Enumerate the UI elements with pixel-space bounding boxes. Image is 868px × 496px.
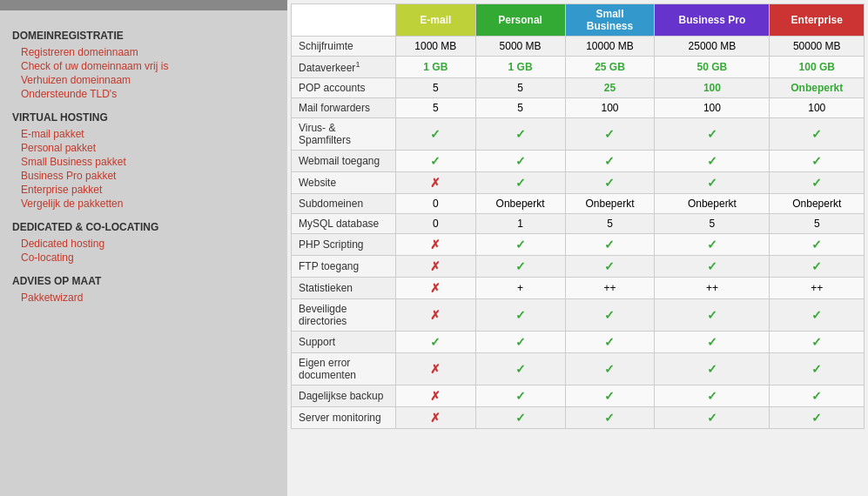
- sidebar-link[interactable]: Registreren domeinnaam: [12, 45, 275, 59]
- check-icon: ✓: [515, 127, 526, 141]
- smallbiz-cell: ✓: [565, 385, 655, 407]
- smallbiz-cell: ✓: [565, 407, 655, 429]
- check-icon: ✓: [515, 335, 526, 349]
- email-cell: ✗: [396, 407, 476, 429]
- sidebar-link[interactable]: Pakketwizard: [12, 291, 275, 305]
- sidebar-section-header: VIRTUAL HOSTING: [12, 111, 275, 124]
- bizpro-cell: 100: [655, 98, 770, 118]
- email-cell: ✗: [396, 278, 476, 299]
- email-cell: 5: [396, 98, 476, 118]
- enterprise-cell: 100 GB: [770, 57, 865, 78]
- spec-cell: Mail forwarders: [292, 98, 396, 118]
- cross-icon: ✗: [430, 238, 441, 251]
- sidebar-link[interactable]: Personal pakket: [12, 141, 275, 155]
- check-icon: ✓: [604, 411, 615, 425]
- table-row: Schijfruimte1000 MB5000 MB10000 MB25000 …: [292, 37, 865, 57]
- sidebar-link[interactable]: Co-locating: [12, 251, 275, 265]
- table-row: POP accounts5525100Onbeperkt: [292, 78, 865, 98]
- sidebar-link[interactable]: Dedicated hosting: [12, 237, 275, 251]
- cross-icon: ✗: [430, 259, 441, 273]
- sidebar-link[interactable]: E-mail pakket: [12, 127, 275, 141]
- personal-cell: ✓: [475, 407, 565, 429]
- personal-cell: 5000 MB: [475, 37, 565, 57]
- enterprise-cell: ✓: [770, 299, 865, 332]
- table-row: FTP toegang✗✓✓✓✓: [292, 256, 865, 278]
- smallbiz-cell: ++: [565, 278, 655, 299]
- email-cell: ✗: [396, 353, 476, 385]
- check-icon: ✓: [707, 154, 717, 168]
- table-row: PHP Scripting✗✓✓✓✓: [292, 234, 865, 256]
- check-icon: ✓: [515, 259, 526, 273]
- bizpro-cell: ++: [655, 278, 770, 299]
- table-row: Virus- & Spamfilters✓✓✓✓✓: [292, 118, 865, 151]
- check-icon: ✓: [811, 411, 822, 425]
- spec-cell: Beveiligde directories: [292, 299, 396, 332]
- enterprise-cell: ✓: [770, 256, 865, 278]
- table-row: Dataverkeer11 GB1 GB25 GB50 GB100 GB: [292, 57, 865, 78]
- personal-cell: 5: [475, 78, 565, 98]
- check-icon: ✓: [515, 389, 526, 403]
- check-icon: ✓: [707, 259, 717, 273]
- sidebar-section-header: DOMEINREGISTRATIE: [12, 30, 275, 42]
- check-icon: ✓: [707, 335, 717, 349]
- enterprise-cell: 100: [770, 98, 865, 118]
- spec-cell: Subdomeinen: [292, 194, 396, 214]
- check-icon: ✓: [707, 238, 717, 251]
- check-icon: ✓: [604, 176, 615, 190]
- sidebar-section-header: DEDICATED & CO-LOCATING: [12, 221, 275, 233]
- comparison-table: Specificaties E-mail Personal SmallBusin…: [291, 3, 865, 429]
- spec-cell: Schijfruimte: [292, 37, 396, 57]
- check-icon: ✓: [604, 362, 615, 376]
- email-cell: 1000 MB: [396, 37, 476, 57]
- sidebar-link[interactable]: Vergelijk de pakketten: [12, 197, 275, 211]
- sidebar-title: [0, 0, 287, 10]
- table-row: Server monitoring✗✓✓✓✓: [292, 407, 865, 429]
- sidebar-link[interactable]: Check of uw domeinnaam vrij is: [12, 59, 275, 73]
- email-cell: 5: [396, 78, 476, 98]
- table-row: Statistieken✗+++++++: [292, 278, 865, 299]
- smallbiz-cell: ✓: [565, 332, 655, 353]
- sidebar-link[interactable]: Small Business pakket: [12, 155, 275, 169]
- bizpro-cell: ✓: [655, 256, 770, 278]
- cross-icon: ✗: [430, 362, 441, 376]
- sidebar-link[interactable]: Enterprise pakket: [12, 183, 275, 197]
- personal-cell: ✓: [475, 256, 565, 278]
- col-email-header: E-mail: [396, 4, 476, 37]
- check-icon: ✓: [515, 308, 526, 322]
- personal-cell: ✓: [475, 353, 565, 385]
- enterprise-cell: ✓: [770, 407, 865, 429]
- check-icon: ✓: [515, 154, 526, 168]
- table-row: Webmail toegang✓✓✓✓✓: [292, 151, 865, 172]
- bizpro-cell: ✓: [655, 332, 770, 353]
- check-icon: ✓: [811, 238, 822, 251]
- bizpro-cell: ✓: [655, 118, 770, 151]
- cross-icon: ✗: [430, 176, 441, 190]
- email-cell: 0: [396, 194, 476, 214]
- check-icon: ✓: [707, 308, 717, 322]
- check-icon: ✓: [430, 154, 441, 168]
- check-icon: ✓: [707, 362, 717, 376]
- smallbiz-cell: 25: [565, 78, 655, 98]
- personal-cell: ✓: [475, 299, 565, 332]
- spec-cell: Dataverkeer1: [292, 57, 396, 78]
- spec-cell: Virus- & Spamfilters: [292, 118, 396, 151]
- enterprise-cell: 50000 MB: [770, 37, 865, 57]
- main-content: Specificaties E-mail Personal SmallBusin…: [287, 0, 868, 496]
- bizpro-cell: 100: [655, 78, 770, 98]
- col-bizpro-header: Business Pro: [655, 4, 770, 37]
- enterprise-cell: ✓: [770, 353, 865, 385]
- check-icon: ✓: [604, 238, 615, 251]
- check-icon: ✓: [604, 389, 615, 403]
- sidebar-link[interactable]: Business Pro pakket: [12, 169, 275, 183]
- check-icon: ✓: [430, 335, 441, 349]
- check-icon: ✓: [811, 127, 822, 141]
- check-icon: ✓: [707, 389, 717, 403]
- spec-cell: MySQL database: [292, 214, 396, 234]
- check-icon: ✓: [707, 176, 717, 190]
- table-row: Mail forwarders55100100100: [292, 98, 865, 118]
- smallbiz-cell: 100: [565, 98, 655, 118]
- sidebar-link[interactable]: Verhuizen domeinnaam: [12, 73, 275, 87]
- smallbiz-cell: 10000 MB: [565, 37, 655, 57]
- sidebar-link[interactable]: Ondersteunde TLD's: [12, 87, 275, 101]
- sidebar-content: DOMEINREGISTRATIERegistreren domeinnaamC…: [0, 10, 287, 313]
